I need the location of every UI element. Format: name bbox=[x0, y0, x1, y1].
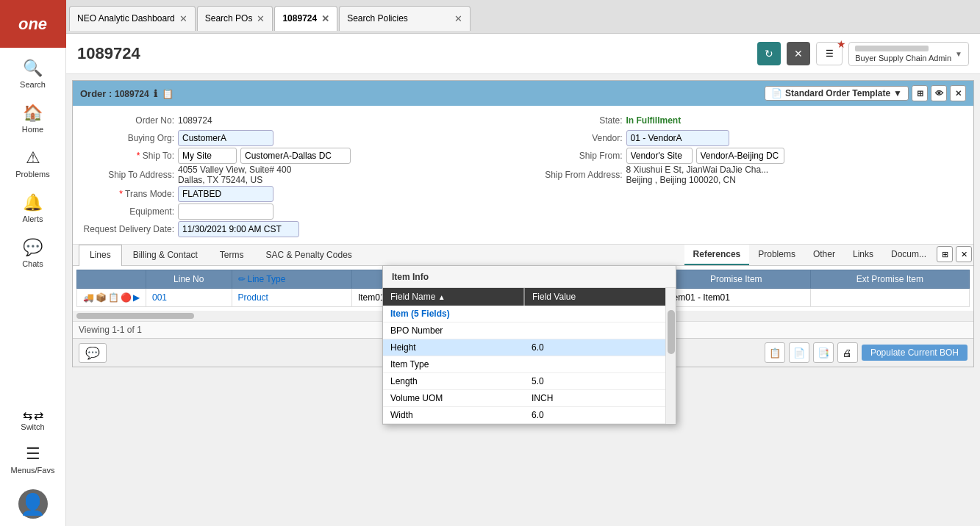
line-no-link[interactable]: 001 bbox=[152, 292, 167, 303]
tab-search-pos[interactable]: Search POs ✕ bbox=[197, 6, 273, 31]
toolbar-btn-3[interactable]: 📑 bbox=[813, 342, 834, 363]
toolbar-btn-4[interactable]: 🖨 bbox=[837, 342, 858, 363]
tab-documents[interactable]: Docum... bbox=[882, 245, 935, 265]
ship-to-site-input[interactable] bbox=[178, 148, 237, 164]
clipboard-icon: 📋 bbox=[108, 292, 119, 303]
col-line-type[interactable]: ✏ Line Type bbox=[232, 270, 351, 289]
main-content: NEO Analytic Dashboard ✕ Search POs ✕ 10… bbox=[66, 0, 980, 526]
toolbar-btn-2[interactable]: 📄 bbox=[789, 342, 809, 363]
sidebar-label-alerts: Alerts bbox=[22, 215, 43, 223]
menu-button[interactable]: ☰ ★ bbox=[816, 42, 843, 65]
trans-mode-input[interactable] bbox=[178, 186, 273, 202]
search-policies-input[interactable] bbox=[347, 13, 450, 24]
order-no-label: Order No: bbox=[79, 115, 174, 126]
sidebar-item-menus[interactable]: ☰ Menus/Favs bbox=[0, 437, 65, 482]
sidebar-label-switch: Switch bbox=[21, 422, 44, 431]
delivery-date-label: Request Delivery Date: bbox=[79, 224, 174, 234]
item-info-popup: Item Info Field Name Field Value bbox=[382, 265, 676, 425]
height-field: Height bbox=[383, 339, 524, 356]
template-button[interactable]: 📄 Standard Order Template ▼ bbox=[765, 86, 909, 101]
sidebar-bottom: ⇆ ⇄ Switch ☰ Menus/Favs 👤 bbox=[0, 403, 65, 526]
sidebar-item-avatar[interactable]: 👤 bbox=[0, 482, 65, 526]
chat-button[interactable]: 💬 bbox=[79, 343, 107, 363]
col-icons bbox=[77, 270, 146, 289]
viewing-text: Viewing 1-1 of 1 bbox=[79, 325, 142, 335]
tab-neo[interactable]: NEO Analytic Dashboard ✕ bbox=[69, 6, 196, 31]
header-actions: ↻ ✕ ☰ ★ Buyer Supply Chain Admin ▼ bbox=[757, 42, 969, 66]
ship-from-site-input[interactable] bbox=[626, 148, 693, 164]
order-grid-icon-btn[interactable]: ⊞ bbox=[912, 85, 928, 101]
ship-from-name-input[interactable] bbox=[696, 148, 784, 164]
order-close-icon-btn[interactable]: ✕ bbox=[950, 85, 966, 101]
toolbar-btn-1[interactable]: 📋 bbox=[765, 342, 785, 363]
tab-sac[interactable]: SAC & Penalty Codes bbox=[254, 245, 362, 265]
home-icon: 🏠 bbox=[23, 104, 43, 123]
order-copy-icon[interactable]: 📋 bbox=[162, 88, 174, 99]
line-icons-cell: 🚚 📦 📋 🔴 ▶ bbox=[77, 289, 146, 307]
tabs-container: Lines Billing & Contact Terms SAC & Pena… bbox=[73, 244, 973, 266]
expand-icon[interactable]: ▶ bbox=[133, 292, 140, 303]
sidebar-item-chats[interactable]: 💬 Chats bbox=[0, 231, 65, 275]
order-eye-icon-btn[interactable]: 👁 bbox=[931, 85, 947, 101]
close-button[interactable]: ✕ bbox=[787, 42, 810, 65]
sidebar-item-problems[interactable]: ⚠ Problems bbox=[0, 141, 65, 186]
user-dropdown[interactable]: Buyer Supply Chain Admin ▼ bbox=[848, 42, 969, 66]
sidebar-item-switch[interactable]: ⇆ ⇄ Switch bbox=[0, 403, 65, 437]
bell-icon: 🔔 bbox=[23, 193, 43, 212]
order-header-right: 📄 Standard Order Template ▼ ⊞ 👁 ✕ bbox=[765, 85, 966, 101]
tab-search-policies[interactable]: ✕ bbox=[339, 6, 471, 31]
buying-org-input[interactable] bbox=[178, 130, 273, 146]
vendor-input[interactable] bbox=[626, 130, 729, 146]
right-tabs-expand-btn[interactable]: ⊞ bbox=[937, 246, 953, 262]
app-logo[interactable]: one bbox=[0, 0, 66, 48]
dropdown-arrow-icon: ▼ bbox=[955, 50, 962, 58]
item-info-scrollbar[interactable] bbox=[665, 288, 676, 424]
item-info-body: Field Name Field Value Item (5 Fields) bbox=[383, 288, 676, 424]
item-row-volume-uom: Volume UOM INCH bbox=[383, 390, 665, 407]
sidebar-item-alerts[interactable]: 🔔 Alerts bbox=[0, 186, 65, 231]
order-info-icon: ℹ bbox=[154, 88, 157, 99]
line-type-link[interactable]: Product bbox=[238, 292, 268, 303]
tab-bar: NEO Analytic Dashboard ✕ Search POs ✕ 10… bbox=[66, 0, 980, 34]
tab-neo-close[interactable]: ✕ bbox=[179, 14, 187, 24]
hamburger-icon: ☰ bbox=[826, 48, 834, 59]
right-tabs-close-btn[interactable]: ✕ bbox=[956, 246, 972, 262]
equipment-row: Equipment: bbox=[79, 203, 520, 220]
tab-terms[interactable]: Terms bbox=[209, 245, 255, 265]
width-value: 6.0 bbox=[524, 407, 665, 424]
template-label: Standard Order Template bbox=[785, 88, 890, 98]
populate-boh-button[interactable]: Populate Current BOH bbox=[862, 345, 968, 361]
tab-other[interactable]: Other bbox=[804, 245, 844, 265]
tab-problems[interactable]: Problems bbox=[749, 245, 804, 265]
tab-order[interactable]: 1089724 ✕ bbox=[274, 6, 337, 31]
ship-from-row: Ship From: bbox=[527, 147, 968, 165]
tab-references[interactable]: References bbox=[684, 245, 750, 265]
item-row-width: Width 6.0 bbox=[383, 407, 665, 424]
col-ext-promise: Ext Promise Item bbox=[810, 270, 969, 289]
tab-billing-contact[interactable]: Billing & Contact bbox=[122, 245, 209, 265]
sidebar-item-home[interactable]: 🏠 Home bbox=[0, 96, 65, 141]
sidebar-label-chats: Chats bbox=[22, 259, 43, 268]
line-type-cell: Product bbox=[232, 289, 351, 307]
vendor-label: Vendor: bbox=[527, 133, 623, 143]
width-field: Width bbox=[383, 407, 524, 424]
trans-mode-label: * Trans Mode: bbox=[79, 189, 174, 199]
refresh-button[interactable]: ↻ bbox=[757, 42, 781, 65]
tab-search-policies-close[interactable]: ✕ bbox=[454, 14, 462, 24]
buying-org-label: Buying Org: bbox=[79, 133, 174, 143]
delivery-date-input[interactable] bbox=[178, 221, 299, 237]
ship-to-address-line1: 4055 Valley View, Suite# 400 Dallas, TX … bbox=[178, 165, 291, 185]
col-field-name-header[interactable]: Field Name bbox=[383, 288, 524, 306]
equipment-input[interactable] bbox=[178, 203, 273, 220]
ship-to-name-input[interactable] bbox=[240, 148, 351, 164]
vendor-row: Vendor: bbox=[527, 129, 968, 147]
sidebar-item-search[interactable]: 🔍 Search bbox=[0, 51, 65, 96]
tab-lines[interactable]: Lines bbox=[79, 245, 122, 266]
right-tabs: References Problems Other Links Docum...… bbox=[684, 245, 973, 266]
tab-order-close[interactable]: ✕ bbox=[321, 14, 329, 24]
add-line-icon: ✏ bbox=[238, 274, 246, 284]
tab-search-pos-close[interactable]: ✕ bbox=[257, 14, 265, 24]
tab-links[interactable]: Links bbox=[844, 245, 882, 265]
length-value: 5.0 bbox=[524, 373, 665, 390]
truck-icon: 🚚 bbox=[83, 292, 94, 303]
